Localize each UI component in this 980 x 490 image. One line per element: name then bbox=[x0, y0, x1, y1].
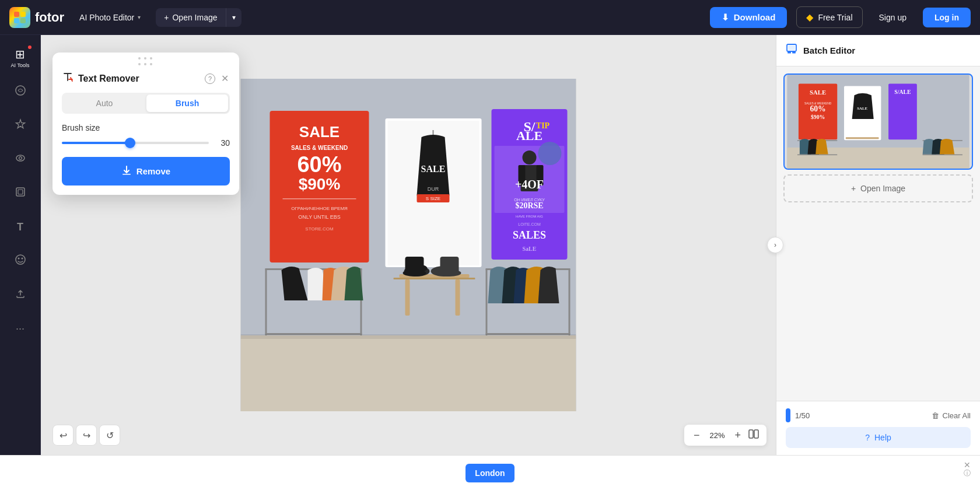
svg-point-5 bbox=[16, 155, 24, 161]
batch-editor-title: Batch Editor bbox=[803, 46, 971, 55]
svg-text:$90%: $90% bbox=[811, 114, 825, 120]
sidebar-item-stickers[interactable] bbox=[5, 245, 36, 276]
svg-text:60%: 60% bbox=[297, 152, 341, 177]
svg-text:HAVE FROM AIG: HAVE FROM AIG bbox=[516, 215, 543, 218]
image-grid: SALE SALES & WEEKEND 60% $90% SALE S/ALE bbox=[776, 66, 980, 401]
tab-auto[interactable]: Auto bbox=[64, 94, 145, 112]
sidebar-item-smart[interactable] bbox=[5, 144, 36, 175]
svg-text:ONLY UNTIL EBS: ONLY UNTIL EBS bbox=[298, 214, 340, 220]
svg-rect-72 bbox=[792, 52, 796, 54]
undo-button[interactable]: ↩ bbox=[52, 425, 74, 446]
ad-location-button[interactable]: London bbox=[466, 464, 514, 482]
sidebar-item-more[interactable]: ··· bbox=[5, 313, 36, 344]
clear-all-button[interactable]: 🗑 Clear All bbox=[932, 411, 971, 420]
download-button[interactable]: ⬇ Download bbox=[710, 7, 788, 28]
logo-text: fotor bbox=[35, 10, 64, 25]
help-button[interactable]: ? Help bbox=[786, 427, 971, 448]
canvas-area[interactable]: SALE SALES & WEEKEND 60% $90% ОГРАНИЧЕНН… bbox=[41, 35, 776, 455]
slider-thumb[interactable] bbox=[125, 138, 135, 148]
add-image-button[interactable]: + Open Image bbox=[783, 174, 973, 202]
header: fotor AI Photo Editor ▾ + Open Image ▾ ⬇… bbox=[0, 0, 980, 35]
left-sidebar: ⊞ AI Tools bbox=[0, 35, 41, 455]
open-image-button[interactable]: + Open Image bbox=[156, 8, 226, 27]
free-trial-button[interactable]: ◆ Free Trial bbox=[796, 6, 862, 28]
notification-dot bbox=[28, 46, 32, 49]
open-image-group: + Open Image ▾ bbox=[156, 8, 241, 27]
effects-icon bbox=[15, 118, 26, 133]
adjustments-icon bbox=[15, 85, 26, 99]
logo[interactable]: fotor bbox=[9, 7, 64, 28]
remove-label: Remove bbox=[136, 166, 170, 176]
chevron-down-icon: ▾ bbox=[138, 14, 141, 20]
svg-text:ALE: ALE bbox=[516, 128, 542, 143]
svg-rect-65 bbox=[241, 334, 576, 339]
tab-brush[interactable]: Brush bbox=[146, 94, 228, 112]
svg-text:SALE: SALE bbox=[810, 89, 826, 96]
clear-all-label: Clear All bbox=[943, 411, 971, 420]
svg-text:ОГРАНИЧЕННОЕ ВРЕМЯ: ОГРАНИЧЕННОЕ ВРЕМЯ bbox=[291, 206, 348, 211]
svg-text:STORE.COM: STORE.COM bbox=[305, 226, 334, 232]
page-indicator: 1/50 bbox=[786, 408, 810, 422]
batch-editor-icon bbox=[786, 43, 797, 58]
svg-point-10 bbox=[21, 257, 23, 259]
svg-text:$90%: $90% bbox=[299, 175, 341, 193]
right-sidebar: Batch Editor SALE SALES & WEEKEND 60% $9… bbox=[776, 35, 980, 455]
main-content: ⊞ AI Tools bbox=[0, 35, 980, 455]
svg-text:S SIZE: S SIZE bbox=[426, 196, 440, 201]
split-view-button[interactable] bbox=[748, 428, 760, 442]
help-circle-icon[interactable]: ? bbox=[205, 74, 215, 84]
svg-rect-62 bbox=[569, 268, 570, 335]
svg-text:LOITE.COM: LOITE.COM bbox=[518, 222, 541, 226]
text-remover-icon bbox=[62, 71, 74, 86]
zoom-out-button[interactable]: − bbox=[691, 429, 702, 442]
help-label: Help bbox=[874, 433, 891, 442]
redo-button[interactable]: ↪ bbox=[76, 425, 97, 446]
open-image-dropdown-arrow[interactable]: ▾ bbox=[226, 9, 242, 26]
sidebar-item-effects[interactable] bbox=[5, 110, 36, 141]
shop-scene: SALE SALES & WEEKEND 60% $90% ОГРАНИЧЕНН… bbox=[241, 79, 576, 411]
panel-drag-handle[interactable] bbox=[52, 52, 239, 69]
sidebar-item-upload[interactable] bbox=[5, 279, 36, 310]
svg-rect-85 bbox=[797, 155, 837, 155]
sidebar-item-adjustments[interactable] bbox=[5, 76, 36, 107]
plus-icon-add: + bbox=[851, 184, 856, 193]
sidebar-item-text[interactable]: T bbox=[5, 211, 36, 243]
remove-button[interactable]: Remove bbox=[62, 157, 230, 186]
smart-icon bbox=[15, 152, 26, 167]
help-icon: ? bbox=[865, 433, 870, 442]
sidebar-toggle-button[interactable]: › bbox=[767, 237, 783, 253]
zoom-value: 22% bbox=[706, 431, 727, 440]
close-panel-button[interactable]: ✕ bbox=[220, 72, 230, 85]
panel-body: Brush size 30 Remove bbox=[52, 123, 239, 195]
svg-rect-61 bbox=[486, 268, 488, 335]
image-thumbnail-1[interactable]: SALE SALES & WEEKEND 60% $90% SALE S/ALE bbox=[783, 74, 973, 170]
svg-text:SALE: SALE bbox=[857, 106, 867, 110]
brush-size-track[interactable] bbox=[62, 142, 209, 144]
svg-text:SALES: SALES bbox=[513, 229, 546, 241]
zoom-in-button[interactable]: + bbox=[732, 429, 743, 442]
batch-editor-header: Batch Editor bbox=[776, 35, 980, 66]
brush-size-value: 30 bbox=[216, 138, 230, 148]
sidebar-item-frames[interactable] bbox=[5, 177, 36, 209]
sidebar-item-ai-tools[interactable]: ⊞ AI Tools bbox=[5, 42, 36, 74]
svg-text:+4OF: +4OF bbox=[515, 178, 544, 191]
ai-photo-editor-menu[interactable]: AI Photo Editor ▾ bbox=[74, 9, 146, 26]
text-remover-panel: Text Remover ? ✕ Auto Brush Brush size 3… bbox=[52, 52, 239, 195]
signup-button[interactable]: Sign up bbox=[872, 8, 914, 27]
main-image: SALE SALES & WEEKEND 60% $90% ОГРАНИЧЕНН… bbox=[241, 79, 576, 411]
svg-text:SALE: SALE bbox=[421, 164, 446, 174]
slider-fill bbox=[62, 142, 128, 144]
svg-rect-19 bbox=[283, 198, 356, 200]
svg-rect-66 bbox=[123, 174, 131, 175]
svg-rect-67 bbox=[749, 430, 753, 438]
svg-rect-23 bbox=[265, 268, 267, 335]
login-button[interactable]: Log in bbox=[923, 8, 971, 27]
reset-button[interactable]: ↺ bbox=[99, 425, 120, 446]
svg-rect-68 bbox=[754, 430, 758, 438]
svg-rect-2 bbox=[14, 18, 19, 23]
svg-rect-70 bbox=[788, 46, 795, 50]
svg-text:$20RSE: $20RSE bbox=[515, 201, 543, 210]
zoom-controls: − 22% + bbox=[684, 425, 766, 446]
stickers-icon bbox=[15, 254, 26, 268]
svg-rect-13 bbox=[241, 335, 576, 411]
